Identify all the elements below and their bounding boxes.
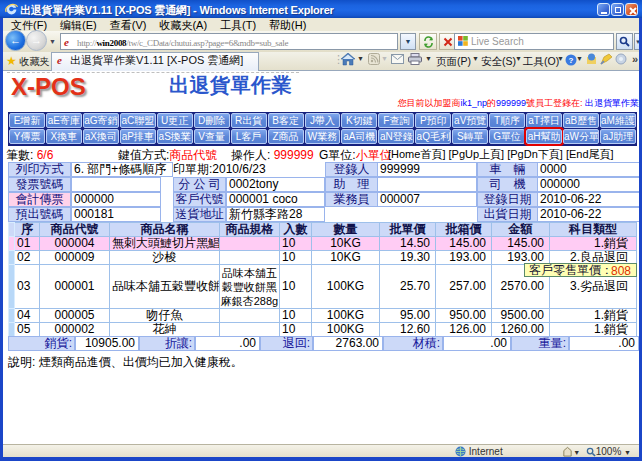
svg-text:?: ? [569, 56, 574, 65]
